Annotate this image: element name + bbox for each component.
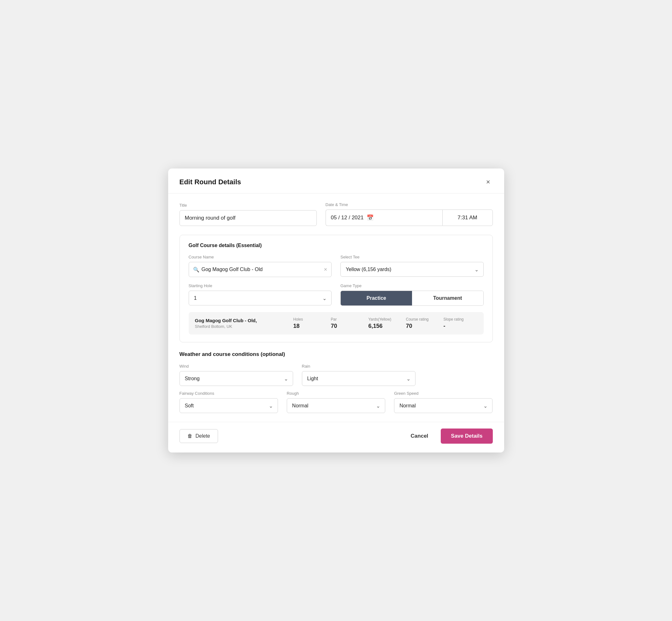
course-info-row: Gog Magog Golf Club - Old, Shelford Bott…: [189, 312, 484, 334]
course-name-label: Course Name: [189, 255, 332, 259]
search-icon: 🔍: [193, 266, 199, 273]
holes-value: 18: [293, 323, 300, 329]
footer-right: Cancel Save Details: [405, 428, 493, 444]
fairway-select-wrap: Soft Normal Hard ⌄: [179, 398, 278, 413]
green-speed-select-wrap: Slow Normal Fast ⌄: [394, 398, 493, 413]
datetime-field-group: Date & Time 05 / 12 / 2021 📅 7:31 AM: [326, 202, 493, 226]
starting-hole-field-group: Starting Hole 1 10 ⌄: [189, 283, 332, 306]
yards-stat: Yards(Yellow) 6,156: [365, 317, 402, 329]
course-rating-stat: Course rating 70: [402, 317, 440, 329]
game-type-toggle: Practice Tournament: [340, 291, 484, 306]
course-name-tee-row: Course Name 🔍 × Select Tee Yellow (6,156…: [189, 255, 484, 277]
course-rating-value: 70: [406, 323, 412, 329]
starting-hole-dropdown[interactable]: 1 10: [189, 291, 332, 305]
starting-hole-label: Starting Hole: [189, 283, 332, 288]
fairway-rough-green-row: Fairway Conditions Soft Normal Hard ⌄ Ro…: [179, 391, 493, 413]
top-row: Title Date & Time 05 / 12 / 2021 📅 7:31 …: [179, 202, 493, 226]
select-tee-wrap: Yellow (6,156 yards) ⌄: [340, 262, 484, 277]
par-label: Par: [331, 317, 337, 322]
modal-body: Title Date & Time 05 / 12 / 2021 📅 7:31 …: [168, 194, 504, 421]
title-label: Title: [179, 203, 317, 208]
select-tee-field-group: Select Tee Yellow (6,156 yards) ⌄: [340, 255, 484, 277]
delete-button[interactable]: 🗑 Delete: [179, 429, 218, 443]
wind-rain-row: Wind None Light Moderate Strong ⌄ Rain: [179, 364, 493, 386]
yards-label: Yards(Yellow): [369, 317, 391, 322]
par-stat: Par 70: [327, 317, 365, 329]
close-button[interactable]: ×: [484, 177, 493, 187]
course-location: Shelford Bottom, UK: [195, 324, 290, 329]
yards-value: 6,156: [369, 323, 383, 329]
game-type-field-group: Game Type Practice Tournament: [340, 283, 484, 306]
rough-field-group: Rough Soft Normal Hard ⌄: [287, 391, 385, 413]
fairway-label: Fairway Conditions: [179, 391, 278, 396]
footer-row: 🗑 Delete Cancel Save Details: [168, 422, 504, 453]
slope-rating-label: Slope rating: [444, 317, 464, 322]
holes-stat: Holes 18: [290, 317, 327, 329]
green-speed-dropdown[interactable]: Slow Normal Fast: [394, 398, 493, 413]
practice-button[interactable]: Practice: [341, 291, 412, 305]
title-input[interactable]: [179, 210, 317, 226]
rough-select-wrap: Soft Normal Hard ⌄: [287, 398, 385, 413]
rough-label: Rough: [287, 391, 385, 396]
weather-section-title: Weather and course conditions (optional): [179, 351, 493, 358]
time-input-box[interactable]: 7:31 AM: [442, 210, 493, 226]
edit-round-modal: Edit Round Details × Title Date & Time 0…: [168, 168, 504, 453]
course-name-field-group: Course Name 🔍 ×: [189, 255, 332, 277]
par-value: 70: [331, 323, 337, 329]
starting-hole-wrap: 1 10 ⌄: [189, 291, 332, 305]
rain-dropdown[interactable]: None Light Moderate Heavy: [302, 371, 416, 386]
slope-rating-value: -: [444, 323, 446, 329]
cancel-button[interactable]: Cancel: [405, 429, 435, 443]
wind-label: Wind: [179, 364, 293, 369]
green-speed-field-group: Green Speed Slow Normal Fast ⌄: [394, 391, 493, 413]
wind-dropdown[interactable]: None Light Moderate Strong: [179, 371, 293, 386]
calendar-icon: 📅: [367, 214, 374, 221]
rain-label: Rain: [302, 364, 416, 369]
golf-section-title: Golf Course details (Essential): [189, 243, 484, 248]
wind-field-group: Wind None Light Moderate Strong ⌄: [179, 364, 293, 386]
date-input-box[interactable]: 05 / 12 / 2021 📅: [326, 210, 442, 226]
save-button[interactable]: Save Details: [441, 428, 493, 444]
course-name-input[interactable]: [189, 262, 332, 277]
course-search-wrap: 🔍 ×: [189, 262, 332, 277]
date-value: 05 / 12 / 2021: [331, 215, 364, 221]
weather-section: Weather and course conditions (optional)…: [179, 351, 493, 413]
rough-dropdown[interactable]: Soft Normal Hard: [287, 398, 385, 413]
modal-title: Edit Round Details: [179, 178, 241, 186]
course-stats: Holes 18 Par 70 Yards(Yellow) 6,156 Cour…: [290, 317, 477, 329]
modal-header: Edit Round Details ×: [168, 168, 504, 194]
rain-select-wrap: None Light Moderate Heavy ⌄: [302, 371, 416, 386]
datetime-label: Date & Time: [326, 202, 493, 207]
rain-field-group: Rain None Light Moderate Heavy ⌄: [302, 364, 416, 386]
course-rating-label: Course rating: [406, 317, 429, 322]
holes-label: Holes: [293, 317, 303, 322]
wind-select-wrap: None Light Moderate Strong ⌄: [179, 371, 293, 386]
tournament-button[interactable]: Tournament: [412, 291, 483, 305]
delete-label: Delete: [196, 433, 210, 439]
game-type-label: Game Type: [340, 283, 484, 288]
fairway-field-group: Fairway Conditions Soft Normal Hard ⌄: [179, 391, 278, 413]
trash-icon: 🗑: [187, 433, 193, 439]
course-name-bold: Gog Magog Golf Club - Old,: [195, 318, 290, 323]
slope-rating-stat: Slope rating -: [440, 317, 477, 329]
select-tee-label: Select Tee: [340, 255, 484, 259]
starting-hole-game-type-row: Starting Hole 1 10 ⌄ Game Type Practice: [189, 283, 484, 306]
select-tee-dropdown[interactable]: Yellow (6,156 yards): [340, 262, 484, 277]
clear-icon[interactable]: ×: [324, 266, 327, 273]
date-time-inner: 05 / 12 / 2021 📅 7:31 AM: [326, 210, 493, 226]
title-field-group: Title: [179, 203, 317, 226]
time-value: 7:31 AM: [458, 215, 477, 221]
golf-course-section: Golf Course details (Essential) Course N…: [179, 235, 493, 342]
course-info-name: Gog Magog Golf Club - Old, Shelford Bott…: [195, 318, 290, 329]
fairway-dropdown[interactable]: Soft Normal Hard: [179, 398, 278, 413]
green-speed-label: Green Speed: [394, 391, 493, 396]
